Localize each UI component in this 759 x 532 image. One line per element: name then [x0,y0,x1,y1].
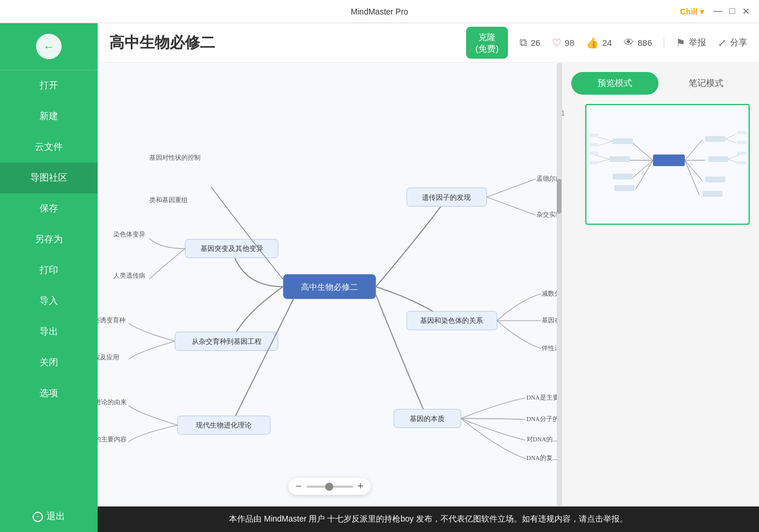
node-1-text: 基因突变及其他变异 [201,245,263,252]
user-name: Chill [680,7,697,16]
zoom-out-button[interactable]: − [295,480,302,493]
sidebar-item-community[interactable]: 导图社区 [0,163,98,193]
center-node-text: 高中生物必修二 [301,282,358,292]
saveas-label: 另存为 [35,234,63,244]
thumb-snr1 [737,131,746,134]
zoom-slider[interactable] [306,486,353,488]
logout-button[interactable]: − 退出 [0,501,98,532]
tab-preview[interactable]: 预览模式 [571,72,658,95]
minimize-button[interactable]: — [713,6,722,17]
thumb-sn4 [589,161,599,164]
thumb-n2 [610,156,630,162]
sub-1b: 人类遗传病 [113,272,145,279]
sidebar-item-save[interactable]: 保存 [0,193,98,224]
tab-notes-label: 笔记模式 [689,78,724,88]
views-icon: 👁 [624,37,634,49]
community-label: 导图社区 [30,172,67,182]
thumb-wrapper: 1 [571,104,750,225]
sub-line-4a [486,179,535,197]
import-label: 导入 [40,296,58,305]
share-button[interactable]: ⤢ 分享 [718,37,747,49]
user-menu[interactable]: Chill ▾ [680,7,704,16]
close-button[interactable]: ✕ [742,6,750,17]
mindmap-svg: 高中生物必修二 基因突变及其他变异 染色体变异 人类遗传病 从杂交 [98,63,561,506]
node-6-text: 基因的本质 [410,415,445,422]
clone-button[interactable]: 克隆(免费) [466,27,508,59]
thumb-sn1 [589,134,599,137]
sidebar-item-import[interactable]: 导入 [0,286,98,317]
thumb-snr3 [737,152,746,155]
sidebar-item-options[interactable]: 选项 [0,378,98,409]
thumb-n6 [708,156,728,162]
sidebar-item-new[interactable]: 新建 [0,101,98,132]
sub-line-1a [149,238,185,249]
page-number: 1 [562,109,565,117]
branch-line-3 [232,299,293,424]
node-4-text: 遗传因子的发现 [422,194,471,201]
right-panel: 预览模式 笔记模式 1 [561,63,759,506]
top-2: 类和基因重组 [149,196,188,203]
app-title: MindMaster Pro [351,7,409,16]
canvas-scrollbar[interactable] [557,63,561,506]
maximize-button[interactable]: □ [729,6,735,17]
views-value: 886 [638,38,652,48]
thumb-n4 [614,185,635,191]
sidebar-item-saveas[interactable]: 另存为 [0,224,98,255]
report-icon: ⚑ [676,37,685,49]
new-label: 新建 [40,111,58,121]
sidebar: ← 打开 新建 云文件 导图社区 保存 另存为 打印 导入 导出 关闭 [0,23,98,532]
zoom-in-button[interactable]: + [357,480,364,493]
window-controls: — □ ✕ [713,6,750,17]
thumb-sn2 [589,143,599,146]
thumb-n1 [613,138,633,144]
top-1: 基因对性状的控制 [149,154,201,161]
sidebar-item-close[interactable]: 关闭 [0,347,98,378]
sub-line-5a [497,294,540,321]
print-label: 打印 [40,265,58,275]
sub-6b: DNA分子的结构 [527,415,561,422]
node-3-text: 现代生物进化理论 [196,422,252,429]
bottom-notice: 本作品由 MindMaster 用户 十七岁反派里的持枪boy 发布，不代表亿图… [229,514,627,524]
report-button[interactable]: ⚑ 举报 [676,37,706,49]
sidebar-item-cloud[interactable]: 云文件 [0,132,98,163]
share-label: 分享 [730,37,747,48]
sub-6d: DNA的复... [527,455,557,461]
tab-preview-label: 预览模式 [597,78,632,88]
likes-value: 98 [565,38,575,48]
sidebar-item-open[interactable]: 打开 [0,70,98,101]
sub-line-6d [461,419,525,459]
mindmap-canvas[interactable]: 高中生物必修二 基因突变及其他变异 染色体变异 人类遗传病 从杂交 [98,63,561,506]
sidebar-item-export[interactable]: 导出 [0,317,98,347]
copies-icon: ⧉ [520,37,527,49]
divider-1 [664,37,664,49]
sub-3b: 化论的主要内容 [98,436,127,443]
stat-views: 👁 886 [624,37,652,49]
thumbs-icon: 👍 [586,37,599,49]
thumb-sn3 [589,152,599,155]
sidebar-item-print[interactable]: 打印 [0,255,98,286]
main-wrapper: ← 打开 新建 云文件 导图社区 保存 另存为 打印 导入 导出 关闭 [0,23,759,532]
tab-notes[interactable]: 笔记模式 [663,72,750,95]
logout-icon: − [33,512,43,522]
thumb-center [653,154,685,166]
canvas-wrapper: 高中生物必修二 基因突变及其他变异 染色体变异 人类遗传病 从杂交 [98,63,759,506]
panel-tabs: 预览模式 笔记模式 [562,63,759,95]
branch-line-4 [376,197,448,286]
sub-2b: 工程及应用 [98,354,119,361]
sub-line-5c [497,321,540,348]
thumb-snr2 [737,141,746,144]
page-thumbnail[interactable] [585,104,750,225]
bottom-bar: 本作品由 MindMaster 用户 十七岁反派里的持枪boy 发布，不代表亿图… [98,506,759,532]
stat-copies: ⧉ 26 [520,37,540,49]
report-label: 举报 [689,37,706,48]
zoom-controls: − + [288,478,370,495]
open-label: 打开 [40,80,58,90]
sub-6a: DNA是主要的遗传物质 [527,394,561,401]
node-5-text: 基因和染色体的关系 [420,317,483,325]
stat-thumbs: 👍 24 [586,37,612,49]
back-button[interactable]: ← [36,34,62,59]
sub-6c: 对DNA的... [527,436,557,443]
panel-content: 1 [562,95,759,506]
close-label: 关闭 [40,357,58,367]
thumb-snr4 [737,161,746,164]
